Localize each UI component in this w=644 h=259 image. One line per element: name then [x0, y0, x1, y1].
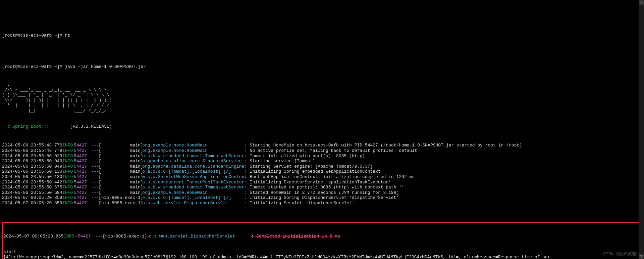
- log-line: 2024-05-06 23:55:50.694 INFO 54427 --- […: [2, 190, 642, 196]
- spring-boot-version-line: :: Spring Boot :: (v2.3.2.RELEASE): [2, 124, 642, 129]
- log-line: 2024-05-06 23:55:50.029 INFO 54427 --- […: [2, 154, 642, 159]
- log-line: 2024-05-06 23:55:48.776 INFO 54427 --- […: [2, 143, 642, 148]
- overwritten-log-line: 2024-05-07 00:05:20.865 INFO 54427 --- […: [3, 234, 641, 239]
- shell-prompt-1: [root@hcss-ecs-0afb ~]# rz: [2, 33, 642, 38]
- spring-ascii-banner: . ____ _ __ _ _ /\\ / ___'_ __ _ _(_)_ _…: [2, 82, 642, 114]
- log-line: 2024-05-07 00:05:20.859 INFO 54427 --- […: [2, 201, 642, 206]
- log-line: 2024-05-06 23:55:50.049 INFO 54427 --- […: [2, 164, 642, 169]
- alert-highlight-region: 2024-05-07 00:05:20.865 INFO 54427 --- […: [2, 222, 642, 259]
- log-lines: 2024-05-06 23:55:48.776 INFO 54427 --- […: [2, 143, 642, 206]
- log-line: 2024-05-07 00:05:20.859 INFO 54427 --- […: [2, 195, 642, 201]
- log-line: 2024-05-06 23:55:50.442 INFO 54427 --- […: [2, 180, 642, 185]
- blank-line: [2, 48, 642, 54]
- log-line: 2024-05-06 23:55:50.130 INFO 54427 --- […: [2, 169, 642, 174]
- log-line: 2024-05-06 23:55:48.779 INFO 54427 --- […: [2, 148, 642, 154]
- shell-prompt-2: [root@hcss-ecs-0afb ~]# java -jar Home-1…: [2, 64, 642, 70]
- scroll-up-button[interactable]: ▲: [639, 0, 644, 5]
- terminal-output[interactable]: [root@hcss-ecs-0afb ~]# rz [root@hcss-ec…: [0, 21, 644, 259]
- log-line: 2024-05-06 23:55:50.049 INFO 54427 --- […: [2, 159, 642, 164]
- log-line: 2024-05-06 23:55:50.130 INFO 54427 --- […: [2, 174, 642, 180]
- spring-version: (v2.3.2.RELEASE): [49, 124, 112, 129]
- alert-line: alert: [3, 249, 641, 255]
- alert-messages: alert[AlertMessage(scopeId=2, name=e2257…: [3, 249, 641, 259]
- log-line: 2024-05-06 23:55:50.675 INFO 54427 --- […: [2, 185, 642, 190]
- alert-line: [AlertMessage(scopeId=2, name=e22577db1f…: [3, 255, 641, 259]
- vertical-scrollbar[interactable]: ▲ ▼: [639, 0, 644, 259]
- watermark-text: CSDN @炸鸡叔老白: [603, 252, 641, 257]
- spring-boot-label: :: Spring Boot ::: [2, 124, 49, 129]
